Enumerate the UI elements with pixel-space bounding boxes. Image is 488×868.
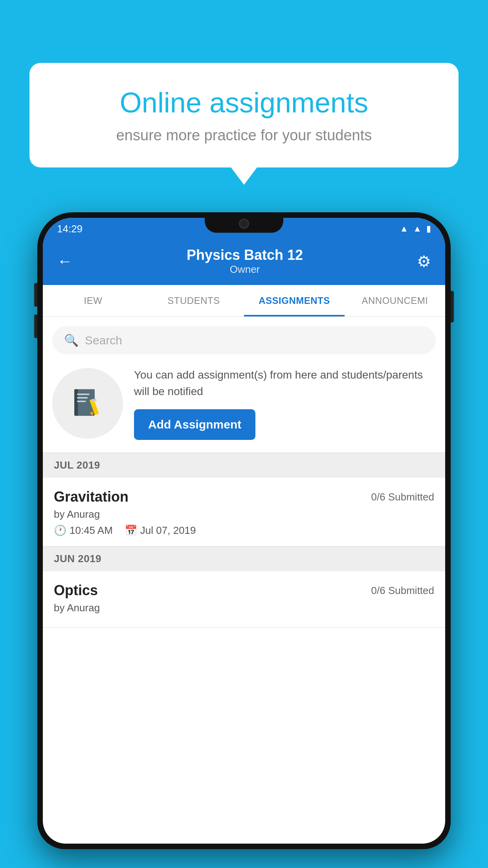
status-time: 14:29 <box>57 223 83 235</box>
speech-bubble-subtitle: ensure more practice for your students <box>57 127 431 144</box>
promo-icon-circle <box>52 368 123 439</box>
assignment-author-optics: by Anurag <box>54 602 434 614</box>
assignment-title-optics: Optics <box>54 582 98 599</box>
assignment-author-gravitation: by Anurag <box>54 508 434 520</box>
search-bar[interactable]: 🔍 Search <box>52 326 436 354</box>
assignment-title-gravitation: Gravitation <box>54 489 128 505</box>
screen-content: 🔍 Search <box>43 317 445 628</box>
assignment-row1-optics: Optics 0/6 Submitted <box>54 582 434 599</box>
app-header: ← Physics Batch 12 Owner ⚙ <box>43 240 445 285</box>
svg-rect-5 <box>77 401 86 402</box>
month-header-jun: JUN 2019 <box>43 546 445 571</box>
assignment-row1: Gravitation 0/6 Submitted <box>54 489 434 505</box>
settings-button[interactable]: ⚙ <box>417 252 431 270</box>
phone-container: 14:29 ▲ ▲ ▮ ← Physics Batch 12 Owner ⚙ I… <box>37 212 451 868</box>
phone-side-button-left-bottom <box>34 314 37 338</box>
search-icon: 🔍 <box>64 333 79 347</box>
month-header-jul: JUL 2019 <box>43 453 445 478</box>
add-assignment-promo: You can add assignment(s) from here and … <box>43 354 445 453</box>
clock-icon: 🕐 <box>54 524 66 537</box>
tab-iew[interactable]: IEW <box>43 285 143 316</box>
speech-bubble: Online assignments ensure more practice … <box>29 63 459 167</box>
header-title-block: Physics Batch 12 Owner <box>187 247 303 276</box>
status-icons: ▲ ▲ ▮ <box>400 224 431 234</box>
assignment-submitted-gravitation: 0/6 Submitted <box>371 491 434 503</box>
header-subtitle: Owner <box>187 263 303 276</box>
tab-students[interactable]: STUDENTS <box>143 285 244 316</box>
assignment-date-text: Jul 07, 2019 <box>140 524 196 537</box>
signal-icon: ▲ <box>413 224 422 234</box>
phone-notch <box>205 212 283 233</box>
assignment-time-gravitation: 🕐 10:45 AM <box>54 524 113 537</box>
assignment-item-gravitation[interactable]: Gravitation 0/6 Submitted by Anurag 🕐 10… <box>43 478 445 546</box>
promo-right: You can add assignment(s) from here and … <box>134 367 436 440</box>
back-button[interactable]: ← <box>57 252 73 270</box>
svg-rect-2 <box>74 389 78 416</box>
tab-assignments[interactable]: ASSIGNMENTS <box>244 285 345 316</box>
phone-side-button-left-top <box>34 283 37 307</box>
assignment-submitted-optics: 0/6 Submitted <box>371 585 434 597</box>
wifi-icon: ▲ <box>400 224 408 234</box>
notebook-icon <box>70 386 105 421</box>
assignment-item-optics[interactable]: Optics 0/6 Submitted by Anurag <box>43 571 445 628</box>
svg-rect-4 <box>77 397 88 398</box>
svg-rect-3 <box>77 394 90 395</box>
battery-icon: ▮ <box>426 224 431 234</box>
promo-text: You can add assignment(s) from here and … <box>134 367 436 400</box>
header-title: Physics Batch 12 <box>187 247 303 263</box>
calendar-icon: 📅 <box>125 524 137 537</box>
phone-screen: 14:29 ▲ ▲ ▮ ← Physics Batch 12 Owner ⚙ I… <box>43 218 445 844</box>
speech-bubble-container: Online assignments ensure more practice … <box>29 63 459 167</box>
tab-announcements[interactable]: ANNOUNCEMI <box>345 285 445 316</box>
phone-camera <box>239 219 249 229</box>
tab-bar: IEW STUDENTS ASSIGNMENTS ANNOUNCEMI <box>43 285 445 317</box>
phone-outer: 14:29 ▲ ▲ ▮ ← Physics Batch 12 Owner ⚙ I… <box>37 212 451 849</box>
phone-side-button-right <box>451 291 454 322</box>
assignment-meta-gravitation: 🕐 10:45 AM 📅 Jul 07, 2019 <box>54 524 434 537</box>
assignment-time-text: 10:45 AM <box>70 524 113 537</box>
assignment-date-gravitation: 📅 Jul 07, 2019 <box>125 524 196 537</box>
add-assignment-button[interactable]: Add Assignment <box>134 409 255 440</box>
search-placeholder: Search <box>85 334 122 347</box>
speech-bubble-title: Online assignments <box>57 86 431 119</box>
